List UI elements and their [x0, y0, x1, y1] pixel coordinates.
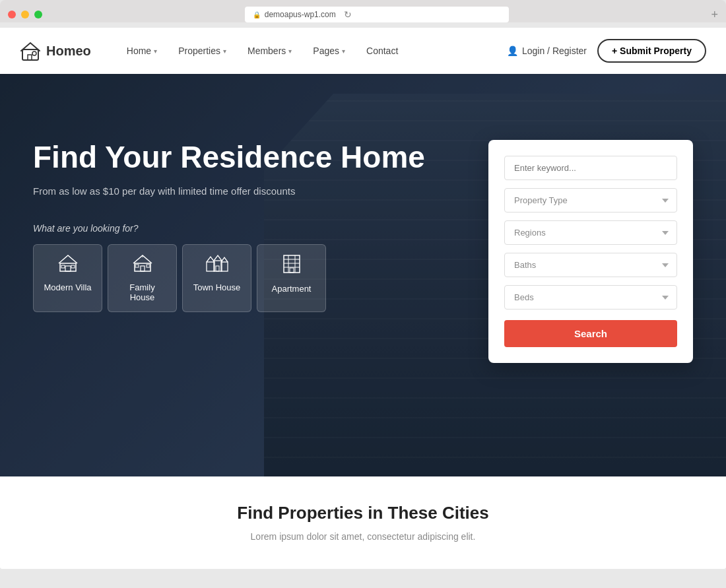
nav-home[interactable]: Home ▾	[117, 40, 166, 61]
nav-properties[interactable]: Properties ▾	[169, 40, 236, 61]
svg-rect-18	[290, 268, 294, 273]
family-house-label: Family House	[129, 282, 154, 302]
user-icon: 👤	[507, 46, 518, 56]
search-panel: Property Type Modern Villa Family House …	[488, 140, 693, 363]
beds-select[interactable]: Beds 1 2 3 4+	[504, 285, 677, 310]
bottom-section: Find Properties in These Cities Lorem ip…	[0, 476, 726, 569]
minimize-dot[interactable]	[21, 11, 29, 18]
chevron-down-icon: ▾	[223, 48, 226, 55]
logo-icon	[20, 40, 41, 61]
baths-select[interactable]: Baths 1 2 3 4+	[504, 253, 677, 277]
family-house-icon	[116, 254, 168, 277]
svg-rect-12	[284, 255, 300, 273]
logo[interactable]: Homeo	[20, 40, 91, 61]
hero-section: Find Your Residence Home From as low as …	[0, 74, 726, 476]
hero-title: Find Your Residence Home	[33, 140, 462, 175]
browser-chrome: 🔒 demoapus-wp1.com ↻ +	[0, 0, 726, 22]
chevron-down-icon: ▾	[154, 48, 157, 55]
bottom-subtitle: Lorem ipsum dolor sit amet, consectetur …	[13, 531, 713, 542]
hero-left: Find Your Residence Home From as low as …	[33, 127, 462, 312]
regions-select[interactable]: Regions North South East West	[504, 220, 677, 245]
svg-rect-4	[71, 265, 75, 268]
property-type-select[interactable]: Property Type Modern Villa Family House …	[504, 188, 677, 212]
svg-point-1	[32, 51, 36, 55]
modern-villa-icon	[42, 254, 94, 277]
nav-contact[interactable]: Contact	[357, 40, 407, 61]
navbar: Homeo Home ▾ Properties ▾ Members ▾ Page…	[0, 28, 726, 74]
svg-rect-8	[207, 262, 214, 271]
address-bar[interactable]: 🔒 demoapus-wp1.com ↻	[245, 7, 509, 22]
close-dot[interactable]	[8, 11, 16, 18]
search-button[interactable]: Search	[504, 320, 677, 347]
chevron-down-icon: ▾	[288, 48, 292, 55]
maximize-dot[interactable]	[34, 11, 42, 18]
login-register-button[interactable]: 👤 Login / Register	[507, 46, 587, 56]
nav-links: Home ▾ Properties ▾ Members ▾ Pages ▾ Co…	[117, 40, 507, 61]
submit-property-button[interactable]: + Submit Property	[597, 39, 706, 63]
svg-rect-11	[216, 266, 219, 271]
lock-icon: 🔒	[253, 11, 261, 18]
svg-rect-3	[61, 265, 65, 268]
url-text: demoapus-wp1.com	[265, 10, 336, 19]
apartment-icon	[265, 254, 317, 278]
nav-members[interactable]: Members ▾	[238, 40, 301, 61]
apartment-label: Apartment	[272, 284, 312, 294]
hero-subtitle: From as low as $10 per day with limited …	[33, 185, 462, 197]
town-house-label: Town House	[193, 282, 241, 292]
svg-rect-7	[147, 265, 150, 267]
property-type-town-house[interactable]: Town House	[182, 244, 251, 312]
property-type-apartment[interactable]: Apartment	[257, 244, 326, 312]
refresh-button[interactable]: ↻	[344, 9, 352, 20]
page-wrapper: Homeo Home ▾ Properties ▾ Members ▾ Page…	[0, 28, 726, 569]
chevron-down-icon: ▾	[342, 48, 345, 55]
svg-rect-2	[65, 266, 71, 271]
hero-looking-label: What are you looking for?	[33, 223, 462, 234]
svg-rect-6	[135, 265, 139, 267]
bottom-title: Find Properties in These Cities	[13, 503, 713, 523]
hero-content: Find Your Residence Home From as low as …	[0, 74, 726, 476]
nav-pages[interactable]: Pages ▾	[304, 40, 354, 61]
town-house-icon	[191, 254, 243, 277]
keyword-input[interactable]	[504, 156, 677, 180]
new-tab-button[interactable]: +	[711, 8, 718, 22]
property-type-modern-villa[interactable]: Modern Villa	[33, 244, 102, 312]
property-type-family-house[interactable]: Family House	[108, 244, 177, 312]
nav-right: 👤 Login / Register + Submit Property	[507, 39, 706, 63]
svg-rect-5	[141, 266, 145, 271]
modern-villa-label: Modern Villa	[44, 282, 91, 292]
property-types: Modern Villa	[33, 244, 462, 312]
logo-text: Homeo	[46, 44, 91, 59]
